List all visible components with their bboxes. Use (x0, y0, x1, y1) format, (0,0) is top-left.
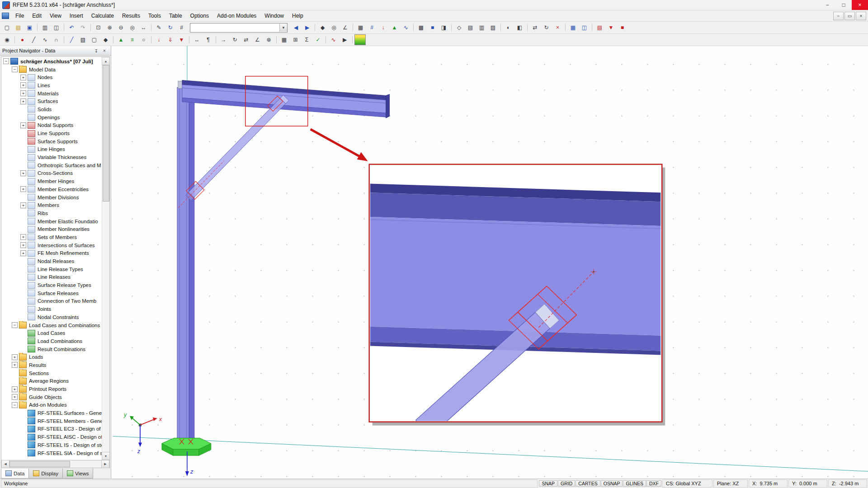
tab-data[interactable]: Data (1, 469, 29, 479)
tree-item[interactable]: Member Divisions (1, 193, 102, 202)
new-opening[interactable]: ▢ (89, 34, 100, 45)
tree-item[interactable]: Variable Thicknesses (1, 153, 102, 161)
toolbar-combobox[interactable]: ▼ (190, 23, 288, 33)
tree-item[interactable]: Materials (1, 89, 102, 98)
new-member[interactable]: ╱ (66, 34, 77, 45)
new-surface[interactable]: ▧ (77, 34, 89, 45)
tree-item[interactable]: RF-STEEL SIA - Design of st (1, 449, 102, 457)
animation[interactable]: ▶ (339, 34, 350, 45)
new-solid[interactable]: ◆ (100, 34, 111, 45)
tree-expander[interactable] (20, 242, 26, 248)
menu-window[interactable]: Window (260, 11, 288, 21)
new-node[interactable]: ● (17, 34, 28, 45)
tree-item[interactable]: Sets of Members (1, 233, 102, 241)
tree-item[interactable]: Load Combinations (1, 337, 102, 345)
new-polyline[interactable]: ∿ (39, 34, 51, 45)
isometric-view[interactable]: ◇ (453, 22, 465, 33)
tree-item[interactable]: Ribs (1, 209, 102, 217)
tree-item[interactable]: Surface Releases (1, 289, 102, 297)
tree-item[interactable]: Average Regions (1, 377, 102, 385)
tree-item[interactable]: Result Combinations (1, 345, 102, 353)
model-viewport[interactable]: z x y z (111, 46, 868, 479)
view-xy[interactable]: ▤ (465, 22, 476, 33)
print-graphic[interactable]: ▼ (605, 22, 617, 33)
new-arc[interactable]: ∩ (51, 34, 62, 45)
measure[interactable]: ∠ (340, 22, 351, 33)
edit-rotate[interactable]: ↻ (229, 34, 241, 45)
edit-mirror[interactable]: ⇄ (241, 34, 252, 45)
tree-item[interactable]: Printout Reports (1, 385, 102, 393)
tree-item[interactable]: Joints (1, 305, 102, 313)
zoom-out[interactable]: ⊖ (115, 22, 127, 33)
printout-report[interactable]: ▤ (594, 22, 605, 33)
tree-item[interactable]: Connection of Two Memb (1, 297, 102, 305)
scroll-right-icon[interactable]: ▶ (101, 460, 109, 468)
scroll-down-icon[interactable]: ▼ (102, 452, 110, 460)
tree-expander[interactable] (20, 99, 26, 104)
tree-expander[interactable] (3, 58, 9, 64)
regenerate[interactable]: ↻ (165, 22, 176, 33)
view-forward[interactable]: ▶ (302, 22, 313, 33)
tree-item[interactable]: Line Release Types (1, 265, 102, 273)
tree-item[interactable]: Loads (1, 353, 102, 361)
move-copy[interactable]: ⇄ (529, 22, 541, 33)
rotate-objects[interactable]: ↻ (541, 22, 552, 33)
tree-item[interactable]: Load Cases and Combinations (1, 321, 102, 329)
nodal-support[interactable]: ▲ (115, 34, 127, 45)
column-member[interactable] (177, 85, 194, 444)
tree-expander[interactable] (20, 90, 26, 96)
pan-view[interactable]: ↔ (138, 22, 149, 33)
redo[interactable]: ↷ (77, 22, 89, 33)
show-numbering[interactable]: # (366, 22, 377, 33)
minimize-button[interactable]: − (819, 0, 835, 10)
view-yz[interactable]: ▧ (487, 22, 499, 33)
vertical-scrollbar[interactable]: ▲ ▼ (102, 57, 109, 460)
result-diagrams[interactable]: ∿ (328, 34, 339, 45)
nodal-load[interactable]: ↓ (153, 34, 165, 45)
render-wireframe[interactable]: ▩ (415, 22, 427, 33)
tree-expander[interactable] (20, 234, 26, 240)
tree-expander[interactable] (12, 402, 18, 408)
model-view-canvas[interactable]: z x y z (111, 46, 868, 479)
tree-item[interactable]: RF-STEEL Members - Gene (1, 417, 102, 425)
undo[interactable]: ↶ (66, 22, 77, 33)
tree-item[interactable]: Line Hinges (1, 145, 102, 154)
scroll-up-icon[interactable]: ▲ (102, 57, 110, 65)
mdi-restore-button[interactable]: ▭ (844, 12, 855, 20)
tree-item[interactable]: Member Elastic Foundatio (1, 217, 102, 225)
show-supports[interactable]: ▲ (389, 22, 400, 33)
horizontal-scrollbar[interactable]: ◀ ▶ (1, 460, 110, 468)
check-model[interactable]: ✓ (312, 34, 324, 45)
close-icon[interactable]: × (100, 47, 108, 55)
horizontal-scroll-track[interactable] (9, 460, 101, 468)
tree-expander[interactable] (20, 250, 26, 256)
edit-connect[interactable]: ⊕ (263, 34, 274, 45)
export-pdf[interactable]: ■ (617, 22, 628, 33)
menu-view[interactable]: View (46, 11, 66, 21)
tree-expander[interactable] (20, 202, 26, 208)
tree-expander[interactable] (12, 386, 18, 392)
tree-expander[interactable] (20, 122, 26, 128)
mesh-settings[interactable]: ⊞ (290, 34, 301, 45)
save-file[interactable]: ▣ (24, 22, 35, 33)
tree-item[interactable]: Surface Supports (1, 137, 102, 145)
tree-item[interactable]: RF-STEEL IS - Design of ste (1, 441, 102, 449)
statusbar-toggle-cartes[interactable]: CARTES (576, 480, 600, 487)
diagonal-brace-member[interactable] (178, 95, 289, 208)
tree-item[interactable]: RF-STEEL Surfaces - Gener (1, 409, 102, 417)
member-hinge[interactable]: ○ (138, 34, 149, 45)
statusbar-toggle-grid[interactable]: GRID (558, 480, 575, 487)
tree-item[interactable]: schräger Anschluss* [07 Juli] (1, 57, 102, 66)
menu-options[interactable]: Options (186, 11, 213, 21)
tree-item[interactable]: Intersections of Surfaces (1, 241, 102, 249)
surface-load[interactable]: ▼ (176, 34, 187, 45)
menu-results[interactable]: Results (118, 11, 144, 21)
vertical-scroll-thumb[interactable] (103, 65, 109, 202)
horizontal-scroll-thumb[interactable] (9, 461, 70, 467)
tree-expander[interactable] (12, 394, 18, 400)
pin-icon[interactable]: ↧ (92, 47, 100, 55)
tree-item[interactable]: Nodal Supports (1, 122, 102, 130)
view-back[interactable]: ◀ (290, 22, 302, 33)
tree-item[interactable]: FE Mesh Refinements (1, 249, 102, 258)
mdi-minimize-button[interactable]: − (833, 12, 844, 20)
